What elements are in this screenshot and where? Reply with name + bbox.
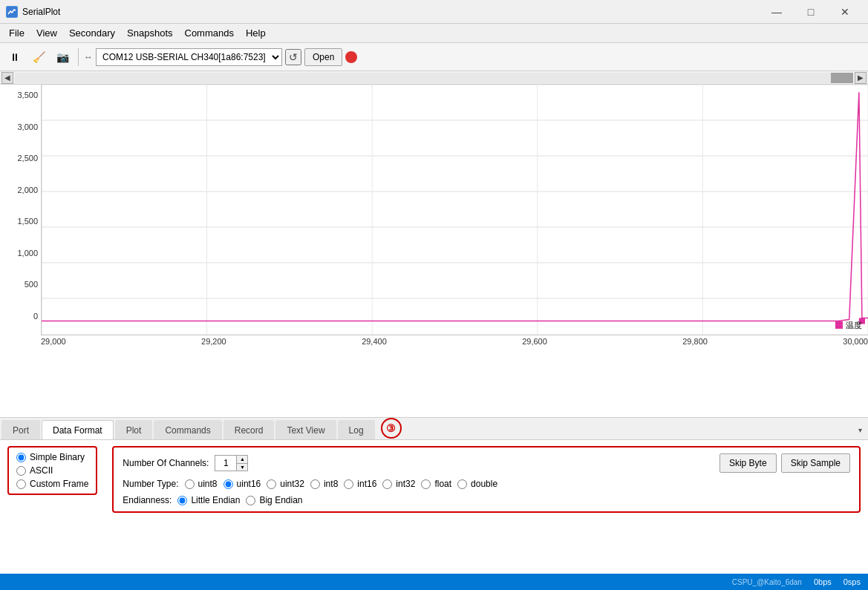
bottom-panel: Simple Binary ASCII Custom Frame Number … [0, 440, 868, 574]
option-float[interactable]: float [421, 479, 451, 489]
spinbox-down[interactable]: ▼ [237, 464, 247, 471]
x-label-29800: 29,800 [682, 337, 708, 350]
option-uint8[interactable]: uint8 [185, 479, 218, 489]
tab-record[interactable]: Record [223, 420, 275, 439]
radio-uint32[interactable] [267, 479, 276, 489]
option-int8[interactable]: int8 [310, 479, 338, 489]
plot-area: ◀ ▶ 3,500 3,000 2,500 2,000 1,500 1,000 … [0, 71, 868, 418]
label-float: float [434, 479, 451, 489]
menu-file[interactable]: File [3, 26, 30, 40]
spinbox-up[interactable]: ▲ [237, 456, 247, 464]
menu-bar: File View Secondary Snapshots Commands H… [0, 24, 868, 43]
y-label-2000: 2,000 [3, 186, 38, 194]
refresh-button[interactable]: ↺ [285, 49, 301, 65]
chart-container: 3,500 3,000 2,500 2,000 1,500 1,000 500 … [0, 85, 868, 335]
port-arrow-icon: ↔ [84, 52, 93, 62]
tab-strip: Port Data Format Plot Commands Record Te… [0, 418, 868, 440]
toolbar: ⏸ 🧹 📷 ↔ COM12 USB-SERIAL CH340[1a86:7523… [0, 43, 868, 71]
menu-snapshots[interactable]: Snapshots [121, 26, 178, 40]
radio-little-endian[interactable] [177, 496, 187, 505]
channels-spinbox[interactable]: 1 ▲ ▼ [215, 455, 248, 471]
option-little-endian[interactable]: Little Endian [177, 495, 240, 505]
pause-icon: ⏸ [10, 51, 20, 63]
sps-display: 0sps [843, 577, 861, 586]
tab-dropdown-arrow[interactable]: ▾ [853, 420, 867, 439]
chart-svg [42, 85, 868, 335]
pause-button[interactable]: ⏸ [4, 47, 25, 68]
x-label-30000: 30,000 [843, 337, 868, 350]
skip-sample-button[interactable]: Skip Sample [781, 453, 850, 473]
y-label-500: 500 [3, 280, 38, 289]
channels-value[interactable]: 1 [215, 456, 236, 471]
radio-int16[interactable] [344, 479, 353, 489]
watermark: CSPU_@Kaito_6dan [732, 578, 802, 586]
x-axis: 29,000 29,200 29,400 29,600 29,800 30,00… [0, 335, 868, 350]
option-double[interactable]: double [457, 479, 497, 489]
spinbox-arrows: ▲ ▼ [236, 456, 247, 471]
tab-port[interactable]: Port [1, 420, 40, 439]
snapshot-button[interactable]: 📷 [52, 47, 73, 68]
y-label-1500: 1,500 [3, 217, 38, 226]
radio-int8[interactable] [310, 479, 320, 489]
scrollbar-thumb[interactable] [831, 73, 853, 83]
radio-ascii[interactable] [16, 466, 26, 476]
endianness-row: Endianness: Little Endian Big Endian [123, 495, 850, 505]
tab-text-view[interactable]: Text View [275, 420, 336, 439]
radio-double[interactable] [457, 479, 467, 489]
option-uint16[interactable]: uint16 [223, 479, 261, 489]
scrollbar-track[interactable] [15, 73, 853, 83]
option-big-endian[interactable]: Big Endian [246, 495, 302, 505]
option-simple-binary[interactable]: Simple Binary [16, 452, 88, 462]
scroll-right-arrow[interactable]: ▶ [855, 72, 867, 84]
x-label-29200: 29,200 [201, 337, 226, 350]
y-label-2500: 2,500 [3, 154, 38, 163]
clear-button[interactable]: 🧹 [28, 47, 49, 68]
label-uint32: uint32 [280, 479, 304, 489]
scroll-left-arrow[interactable]: ◀ [1, 72, 13, 84]
skip-byte-button[interactable]: Skip Byte [719, 453, 777, 473]
menu-view[interactable]: View [30, 26, 63, 40]
separator [78, 48, 79, 66]
option-uint32[interactable]: uint32 [267, 479, 304, 489]
maximize-button[interactable]: □ [794, 0, 828, 24]
label-little-endian: Little Endian [191, 495, 240, 505]
radio-int32[interactable] [382, 479, 392, 489]
close-button[interactable]: ✕ [828, 0, 862, 24]
menu-secondary[interactable]: Secondary [63, 26, 121, 40]
skip-buttons: Skip Byte Skip Sample [719, 453, 850, 473]
open-button[interactable]: Open [304, 48, 342, 66]
radio-simple-binary[interactable] [16, 453, 26, 462]
tab-commands[interactable]: Commands [154, 420, 221, 439]
menu-help[interactable]: Help [240, 26, 272, 40]
y-label-3000: 3,000 [3, 122, 38, 131]
number-type-row: Number Type: uint8 uint16 uint32 [123, 479, 850, 489]
label-int16: int16 [357, 479, 376, 489]
plot-scrollbar[interactable]: ◀ ▶ [0, 71, 868, 85]
tab-data-format[interactable]: Data Format [42, 420, 114, 439]
radio-uint8[interactable] [185, 479, 195, 489]
label-simple-binary: Simple Binary [30, 452, 85, 462]
minimize-button[interactable]: — [760, 0, 794, 24]
port-select[interactable]: COM12 USB-SERIAL CH340[1a86:7523] [96, 48, 282, 66]
option-int32[interactable]: int32 [382, 479, 415, 489]
broom-icon: 🧹 [33, 51, 45, 63]
bps-display: 0bps [814, 577, 832, 586]
tab-log[interactable]: Log [338, 420, 375, 439]
radio-big-endian[interactable] [246, 496, 255, 505]
record-indicator [345, 51, 357, 63]
tab-plot[interactable]: Plot [115, 420, 153, 439]
radio-uint16[interactable] [223, 479, 233, 489]
channels-row: Number Of Channels: 1 ▲ ▼ Skip Byte Skip… [123, 453, 850, 473]
menu-commands[interactable]: Commands [179, 26, 240, 40]
option-int16[interactable]: int16 [344, 479, 376, 489]
legend-color-box [835, 321, 843, 329]
label-int8: int8 [324, 479, 338, 489]
option-ascii[interactable]: ASCII [16, 465, 88, 476]
radio-custom-frame[interactable] [16, 479, 26, 489]
channels-label: Number Of Channels: [123, 458, 209, 468]
option-custom-frame[interactable]: Custom Frame [16, 479, 88, 489]
label-uint8: uint8 [198, 479, 218, 489]
radio-float[interactable] [421, 479, 431, 489]
y-axis: 3,500 3,000 2,500 2,000 1,500 1,000 500 … [0, 85, 41, 335]
label-double: double [471, 479, 497, 489]
